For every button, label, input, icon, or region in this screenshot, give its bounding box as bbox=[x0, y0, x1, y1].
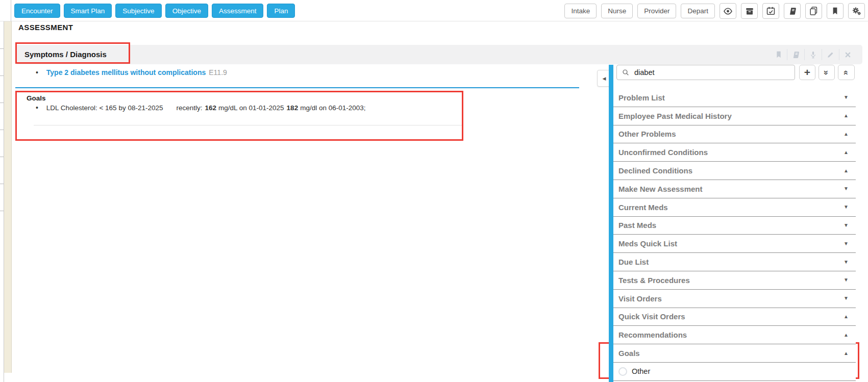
sidebar-item-label: Make New Assessment bbox=[618, 185, 703, 193]
search-input[interactable] bbox=[616, 65, 795, 80]
bookmark-icon[interactable] bbox=[770, 48, 787, 61]
sidebar-item-label: Declined Conditions bbox=[618, 166, 692, 175]
nurse-button[interactable]: Nurse bbox=[601, 4, 633, 18]
sidebar-item-label: Meds Quick List bbox=[618, 239, 677, 248]
settings-gears-icon[interactable] bbox=[848, 3, 865, 19]
add-button[interactable]: + bbox=[799, 65, 815, 80]
sidebar-item-current-meds[interactable]: Current Meds▼ bbox=[613, 198, 856, 217]
calendar-check-icon[interactable] bbox=[762, 3, 779, 19]
symptoms-diagnosis-section-header: Symptoms / Diagnosis bbox=[15, 45, 862, 64]
stage-button-group: Intake Nurse Provider Depart bbox=[564, 3, 865, 19]
goal-value-1: 162 bbox=[205, 104, 216, 112]
book-icon[interactable] bbox=[784, 3, 801, 19]
goal-unit-date-1: mg/dL on 01-01-2025 bbox=[218, 104, 284, 112]
sidebar-search bbox=[616, 65, 795, 80]
sidebar-item-label: Goals bbox=[618, 349, 640, 358]
sidebar-item-make-new-assessment[interactable]: Make New Assessment▼ bbox=[613, 180, 856, 198]
annotation-box-goals bbox=[15, 91, 463, 141]
subjective-button[interactable]: Subjective bbox=[115, 4, 161, 18]
diagnosis-list-item[interactable]: Type 2 diabetes mellitus without complic… bbox=[36, 68, 227, 77]
chevron-left-icon: ◀ bbox=[603, 76, 606, 81]
chevron-icon[interactable]: ▲ bbox=[844, 150, 849, 155]
page-title: ASSESSMENT bbox=[18, 23, 73, 32]
sidebar-item-goals[interactable]: Goals▲ bbox=[613, 344, 856, 363]
chevron-icon[interactable]: ▲ bbox=[844, 113, 849, 118]
plus-icon: + bbox=[804, 66, 810, 79]
goals-heading: Goals bbox=[27, 94, 46, 102]
chevron-icon[interactable]: ▼ bbox=[844, 95, 849, 100]
chevron-icon[interactable]: ▼ bbox=[844, 260, 849, 265]
left-divider-line bbox=[11, 0, 11, 21]
double-chevron-up-icon: « bbox=[842, 70, 851, 74]
goal-recently-label: recently: bbox=[176, 104, 202, 112]
diagnosis-name-link[interactable]: Type 2 diabetes mellitus without complic… bbox=[46, 68, 206, 77]
sidebar-item-label: Problem List bbox=[618, 93, 665, 102]
archive-box-icon[interactable] bbox=[741, 3, 758, 19]
chevron-icon[interactable]: ▲ bbox=[844, 132, 849, 137]
sidebar-item-recommendations[interactable]: Recommendations▲ bbox=[613, 326, 856, 344]
microphone-icon[interactable] bbox=[805, 48, 822, 61]
sidebar-item-label: Due List bbox=[618, 258, 649, 266]
encounter-button[interactable]: Encounter bbox=[14, 4, 60, 18]
chevron-icon[interactable]: ▲ bbox=[844, 168, 849, 173]
objective-button[interactable]: Objective bbox=[165, 4, 208, 18]
chevron-icon[interactable]: ▼ bbox=[844, 241, 849, 246]
sidebar-item-label: Visit Orders bbox=[618, 294, 662, 303]
chevron-icon[interactable]: ▲ bbox=[844, 314, 849, 319]
sidebar-item-quick-visit-orders[interactable]: Quick Visit Orders▲ bbox=[613, 308, 856, 326]
goal-list-item[interactable]: LDL Cholesterol: < 165 by 08-21-2025rece… bbox=[36, 104, 365, 112]
chevron-icon[interactable]: ▼ bbox=[844, 296, 849, 301]
sidebar-item-other-problems[interactable]: Other Problems▲ bbox=[613, 125, 856, 144]
eye-icon[interactable] bbox=[720, 3, 736, 19]
sidebar-item-label: Current Meds bbox=[618, 203, 668, 212]
diagnosis-code: E11.9 bbox=[209, 68, 227, 77]
intake-button[interactable]: Intake bbox=[564, 4, 597, 18]
ehr-assessment-screen: Encounter Smart Plan Subjective Objectiv… bbox=[0, 0, 868, 382]
sidebar-item-declined-conditions[interactable]: Declined Conditions▲ bbox=[613, 162, 856, 180]
sidebar-subitem-other[interactable]: Other bbox=[613, 363, 856, 381]
sidebar-item-unconfirmed-conditions[interactable]: Unconfirmed Conditions▲ bbox=[613, 143, 856, 162]
sidebar-item-label: Tests & Procedures bbox=[618, 276, 690, 285]
goal-divider-line bbox=[34, 125, 462, 125]
goal-text: LDL Cholesterol: < 165 by 08-21-2025 bbox=[46, 104, 163, 112]
encounter-nav-group: Encounter Smart Plan Subjective Objectiv… bbox=[14, 4, 295, 18]
depart-button[interactable]: Depart bbox=[681, 4, 715, 18]
provider-button[interactable]: Provider bbox=[637, 4, 676, 18]
sidebar-item-tests-procedures[interactable]: Tests & Procedures▼ bbox=[613, 271, 856, 290]
chevron-icon[interactable]: ▲ bbox=[844, 333, 849, 338]
sidebar-item-label: Quick Visit Orders bbox=[618, 312, 685, 321]
left-margin-strip bbox=[4, 21, 12, 373]
plan-button[interactable]: Plan bbox=[267, 4, 295, 18]
sidebar-item-problem-list[interactable]: Problem List▼ bbox=[613, 89, 856, 107]
sidebar-item-visit-orders[interactable]: Visit Orders▼ bbox=[613, 290, 856, 308]
book-icon[interactable] bbox=[787, 48, 804, 61]
goal-value-2: 182 bbox=[287, 104, 299, 112]
chevron-icon[interactable]: ▼ bbox=[844, 186, 849, 191]
assessment-button[interactable]: Assessment bbox=[212, 4, 264, 18]
copy-pages-icon[interactable] bbox=[805, 3, 822, 19]
sidebar-item-label: Employee Past Medical History bbox=[618, 112, 732, 120]
radio-button-icon[interactable] bbox=[618, 367, 627, 376]
collapse-all-button[interactable]: « bbox=[838, 65, 855, 80]
pencil-icon[interactable] bbox=[822, 48, 839, 61]
chevron-icon[interactable]: ▼ bbox=[844, 205, 849, 210]
bookmark-icon[interactable] bbox=[827, 3, 844, 19]
top-toolbar: Encounter Smart Plan Subjective Objectiv… bbox=[0, 0, 868, 21]
chevron-icon[interactable]: ▼ bbox=[844, 223, 849, 228]
section-title: Symptoms / Diagnosis bbox=[24, 50, 107, 59]
sidebar-item-label: Past Meds bbox=[618, 221, 656, 230]
sidebar-item-past-meds[interactable]: Past Meds▼ bbox=[613, 217, 856, 235]
sidebar-item-employee-past-medical-history[interactable]: Employee Past Medical History▲ bbox=[613, 107, 856, 125]
smart-plan-button[interactable]: Smart Plan bbox=[64, 4, 112, 18]
chevron-icon[interactable]: ▲ bbox=[844, 351, 849, 356]
expand-all-button[interactable]: » bbox=[819, 65, 835, 80]
section-header-icons bbox=[770, 48, 856, 61]
goal-unit-date-2: mg/dl on 06-01-2003; bbox=[300, 104, 365, 112]
chevron-icon[interactable]: ▼ bbox=[844, 277, 849, 283]
close-icon[interactable] bbox=[839, 48, 856, 61]
sidebar-item-label: Recommendations bbox=[618, 330, 687, 339]
diagnosis-underline bbox=[15, 87, 579, 88]
sidebar-item-due-list[interactable]: Due List▼ bbox=[613, 253, 856, 271]
search-icon bbox=[622, 68, 630, 79]
sidebar-item-meds-quick-list[interactable]: Meds Quick List▼ bbox=[613, 235, 856, 253]
